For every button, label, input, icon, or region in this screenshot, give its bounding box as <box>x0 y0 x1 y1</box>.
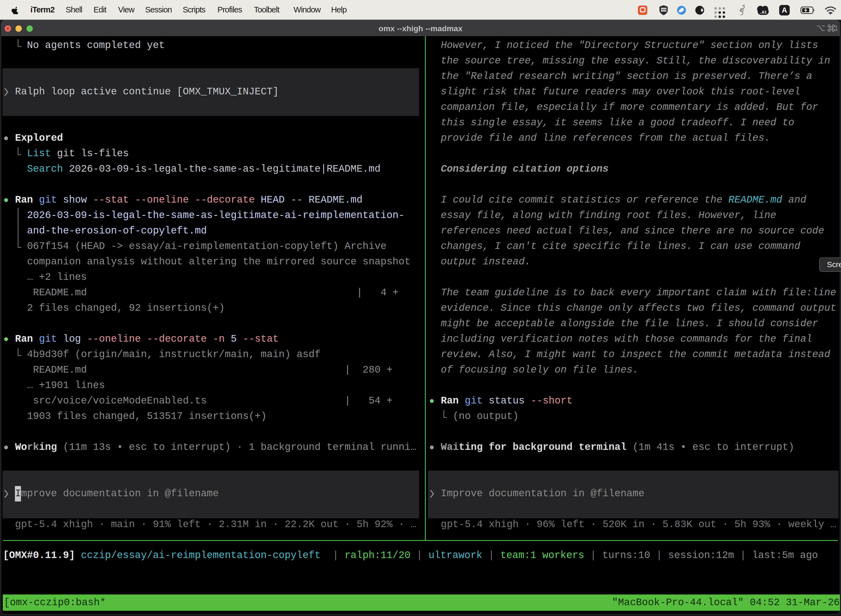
svg-text:..61: ..61 <box>760 10 766 14</box>
svg-text:1: 1 <box>834 24 838 32</box>
